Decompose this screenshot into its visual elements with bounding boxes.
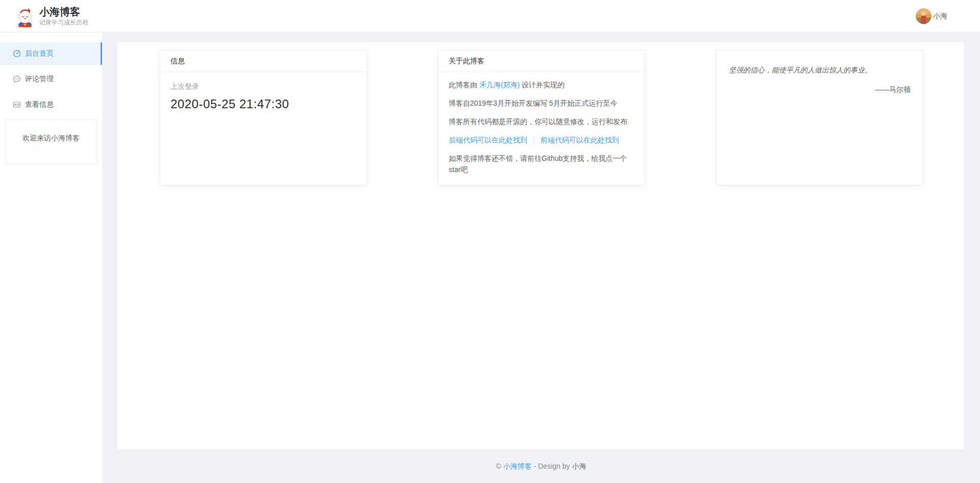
top-header: 小海博客 记录学习成长历程 小海 — [0, 0, 980, 32]
info-card-title: 信息 — [160, 51, 366, 72]
backend-code-link[interactable]: 后端代码可以在此处找到 — [449, 136, 527, 144]
info-card: 信息 上次登录 2020-05-25 21:47:30 — [160, 50, 367, 185]
dashboard-gauge-icon — [13, 50, 21, 58]
about-author-prefix: 此博客由 — [449, 81, 479, 89]
brand[interactable]: 小海博客 记录学习成长历程 — [15, 5, 88, 27]
site-subtitle: 记录学习成长历程 — [39, 18, 88, 27]
info-card-icon — [13, 101, 21, 109]
author-link[interactable]: 禾几海(郑海) — [479, 81, 520, 89]
comment-bubble-icon — [13, 75, 21, 83]
about-line-history: 博客自2019年3月开始开发编写 5月开始正式运行至今 — [449, 98, 634, 109]
user-menu[interactable]: 小海 — [916, 0, 947, 32]
about-line-opensource: 博客所有代码都是开源的，你可以随意修改，运行和发布 — [449, 116, 634, 127]
quote-author: ——马尔顿 — [729, 85, 911, 94]
sidebar-welcome-box: 欢迎来访小海博客 — [5, 119, 97, 164]
quote-card: 坚强的信心，能使平凡的人做出惊人的事业。 ——马尔顿 — [716, 50, 923, 185]
welcome-text: 欢迎来访小海博客 — [22, 134, 80, 142]
sidebar-item-comments[interactable]: 评论管理 — [0, 68, 102, 90]
copyright-symbol: © — [496, 462, 501, 470]
about-author-suffix: 设计并实现的 — [520, 81, 565, 89]
last-login-value: 2020-05-25 21:47:30 — [170, 97, 356, 111]
about-line-github-star: 如果觉得博客还不错，请前往Github支持我，给我点一个star吧 — [449, 153, 634, 175]
about-line-author: 此博客由 禾几海(郑海) 设计并实现的 — [449, 79, 634, 90]
page-footer: © 小海博客 - Design by 小海 — [102, 462, 980, 471]
about-line-links: 后端代码可以在此处找到|前端代码可以在此处找到 — [449, 134, 634, 146]
user-avatar — [916, 8, 932, 24]
content-panel: 信息 上次登录 2020-05-25 21:47:30 关于此博客 此博客由 禾… — [117, 42, 964, 449]
link-divider: | — [527, 136, 541, 144]
main-area: 信息 上次登录 2020-05-25 21:47:30 关于此博客 此博客由 禾… — [102, 33, 980, 483]
user-name: 小海 — [933, 12, 947, 21]
last-login-label: 上次登录 — [170, 82, 356, 91]
footer-site-link[interactable]: 小海博客 — [503, 462, 532, 470]
sidebar-item-view-info[interactable]: 查看信息 — [0, 93, 102, 116]
sidebar-item-dashboard[interactable]: 后台首页 — [0, 42, 102, 65]
site-title: 小海博客 — [39, 6, 88, 18]
frontend-code-link[interactable]: 前端代码可以在此处找到 — [541, 136, 619, 144]
sidebar-item-label: 后台首页 — [25, 49, 54, 58]
footer-designer-name: 小海 — [572, 462, 586, 470]
about-card-title: 关于此博客 — [438, 51, 645, 72]
footer-middle-text: - Design by — [532, 462, 572, 470]
sidebar-item-label: 评论管理 — [25, 75, 54, 84]
about-card: 关于此博客 此博客由 禾几海(郑海) 设计并实现的 博客自2019年3月开始开发… — [438, 50, 645, 185]
sidebar: 后台首页 评论管理 查看信息 欢迎来访小海博客 — [0, 33, 102, 483]
quote-text: 坚强的信心，能使平凡的人做出惊人的事业。 — [729, 65, 911, 75]
sidebar-item-label: 查看信息 — [25, 100, 54, 109]
site-logo-icon — [15, 8, 35, 27]
